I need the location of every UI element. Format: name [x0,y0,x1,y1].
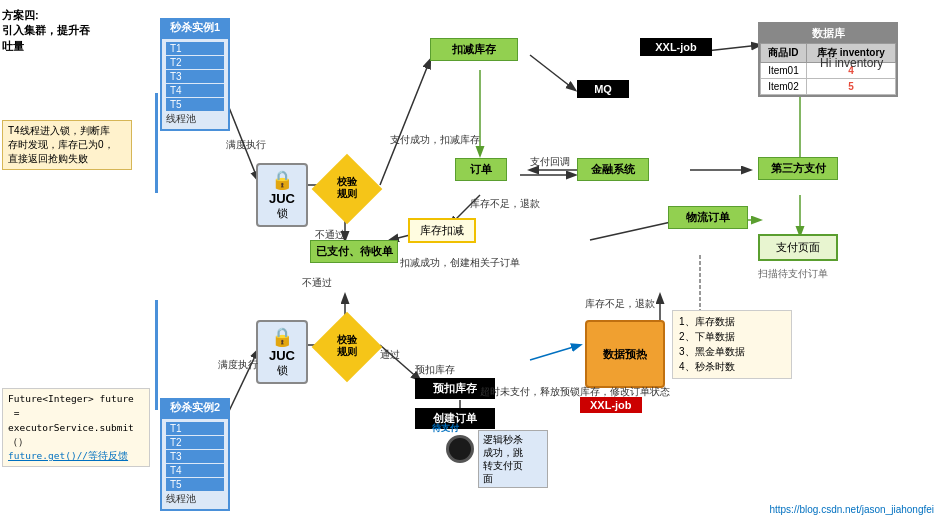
instance1-t1: T1 [166,42,224,55]
instance1-t3: T3 [166,70,224,83]
third-pay-label: 第三方支付 [771,162,826,174]
order-label: 订单 [470,163,492,175]
db-inventory-02: 5 [806,79,895,95]
instance2-t4: T4 [166,464,224,477]
data-cache-box: 数据预热 [585,320,665,388]
inventory-short-label-1: 库存不足，退款 [470,197,540,211]
pay-page-box: 支付页面 [758,234,838,261]
svg-line-3 [380,60,430,185]
pass-label: 通过 [380,348,400,362]
db-item01: Item01 [761,63,807,79]
blog-url: https://blog.csdn.net/jason_jiahongfei [769,504,934,515]
cache-item-4: 4、秒杀时数 [679,360,785,374]
xxl-job-2-container: XXL-job [580,397,642,413]
instance1-container: 秒杀实例1 T1 T2 T3 T4 T5 线程池 [160,18,230,131]
not-pass-label-2: 不通过 [302,276,332,290]
finance-box: 金融系统 [577,158,649,181]
cache-item-3: 3、黑金单数据 [679,345,785,359]
instance1-t4: T4 [166,84,224,97]
pre-deduct-label: 预扣库存 [415,363,455,377]
order-box: 订单 [455,158,507,181]
inventory-deduct-box: 库存扣减 [408,218,476,243]
inventory-short-label-2: 库存不足，退款 [585,297,655,311]
timeout-label: 超时未支付，释放预锁库存，修改订单状态 [480,385,670,399]
instance2-t5: T5 [166,478,224,491]
note-box-1: T4线程进入锁，判断库 存时发现，库存已为0， 直接返回抢购失败 [2,120,132,170]
logistics-label: 物流订单 [686,211,730,223]
inventory-deduct-label: 库存扣减 [420,224,464,236]
db-row-2: Item02 5 [761,79,896,95]
paid-waiting-box: 已支付、待收单 [310,240,398,263]
wait-pay-label: 待支付 [432,422,459,435]
instance2-pool-label: 线程池 [166,492,224,506]
instance2-t1: T1 [166,422,224,435]
pre-deduct-box-label: 预扣库存 [433,382,477,394]
juc-lock-1: 🔒 JUC 锁 [256,163,308,227]
db-item02: Item02 [761,79,807,95]
future-code-line1: Future<Integer> future [8,392,144,406]
connector-line-2 [155,300,158,410]
instance2-container: 秒杀实例2 T1 T2 T3 T4 T5 线程池 [160,398,230,511]
wait-pay-circle [446,435,474,463]
title-line1: 方案四: [2,8,97,23]
juc2-title: JUC [264,348,300,363]
instance2-t3: T3 [166,450,224,463]
cache-items-list: 1、库存数据 2、下单数据 3、黑金单数据 4、秒杀时数 [672,310,792,379]
create-sub-order-label: 扣减成功，创建相关子订单 [400,256,560,270]
database-title: 数据库 [760,24,896,43]
paid-waiting-label: 已支付、待收单 [316,245,393,257]
page-title: 方案四: 引入集群，提升吞吐量 [2,8,97,54]
instance1-t5: T5 [166,98,224,111]
instance1-title: 秒杀实例1 [160,18,230,37]
xxl-job-label: XXL-job [655,41,697,53]
juc2-subtitle: 锁 [264,363,300,378]
mq-label: MQ [594,83,612,95]
instance1-pool-label: 线程池 [166,112,224,126]
connector-line-1 [155,93,158,193]
svg-line-13 [590,220,680,240]
deduct-inventory-label: 扣减库存 [452,43,496,55]
xxl-job-2-box: XXL-job [580,397,642,413]
full-exec-label: 满度执行 [226,138,266,152]
check-diamond-1: 校验规则 [318,160,376,218]
xxl-job-box: XXL-job [640,38,712,56]
payment-callback-label: 支付回调 [530,155,570,169]
data-cache-label: 数据预热 [603,347,647,362]
pay-page-label: 支付页面 [776,241,820,253]
wait-pay-desc: 逻辑秒杀 成功，跳 转支付页 面 [483,434,523,484]
cache-item-2: 2、下单数据 [679,330,785,344]
instance2-t2: T2 [166,436,224,449]
cache-item-1: 1、库存数据 [679,315,785,329]
future-code-line3: future.get()//等待反馈 [8,449,144,463]
future-code-box: Future<Integer> future = executorService… [2,388,150,467]
scan-pay-label: 扫描待支付订单 [758,267,828,281]
instance1-t2: T2 [166,56,224,69]
check-diamond-2: 校验规则 [318,318,376,376]
full-exec-label-2: 满度执行 [218,358,258,372]
future-code-line2: = executorService.submit（） [8,406,144,449]
db-col-id: 商品ID [761,44,807,63]
svg-line-22 [530,345,580,360]
payment-success-deduct-label: 支付成功，扣减库存 [390,133,480,147]
finance-label: 金融系统 [591,163,635,175]
xxl-job-2-label: XXL-job [590,399,632,411]
juc1-subtitle: 锁 [264,206,300,221]
third-pay-box: 第三方支付 [758,157,838,180]
hi-inventory-label: Hi inventory [820,56,883,70]
deduct-inventory-box: 扣减库存 [430,38,518,61]
juc-lock-2: 🔒 JUC 锁 [256,320,308,384]
title-line2: 引入集群，提升吞吐量 [2,23,97,54]
note1-text: T4线程进入锁，判断库 存时发现，库存已为0， 直接返回抢购失败 [8,125,114,164]
instance2-title: 秒杀实例2 [160,398,230,417]
wait-pay-desc-box: 逻辑秒杀 成功，跳 转支付页 面 [478,430,548,488]
logistics-box: 物流订单 [668,206,748,229]
mq-box: MQ [577,80,629,98]
svg-line-4 [530,55,575,90]
juc1-title: JUC [264,191,300,206]
